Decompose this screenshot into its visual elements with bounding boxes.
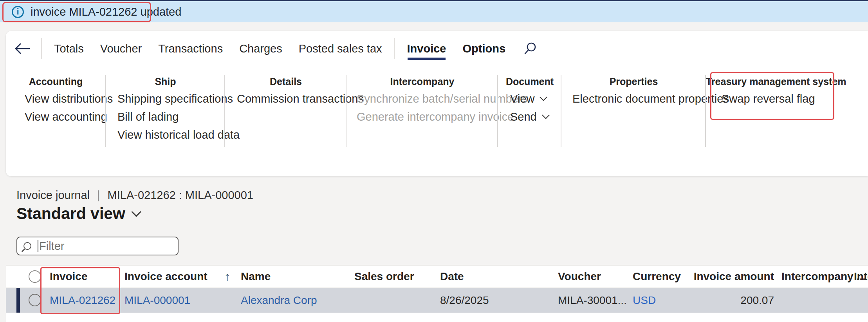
ribbon-group-intercompany: Intercompany Synchronize batch/serial nu…: [346, 73, 498, 152]
column-header-invoice-account[interactable]: Invoice account: [125, 266, 208, 288]
dropdown-send-label: Send: [510, 110, 537, 123]
tab-voucher[interactable]: Voucher: [100, 42, 142, 55]
breadcrumb: Invoice journal | MILA-021262 : MILA-000…: [16, 189, 253, 202]
cell-name-link[interactable]: Alexandra Corp: [241, 288, 317, 313]
breadcrumb-separator: |: [97, 189, 100, 202]
group-title: Treasury management system: [706, 73, 835, 90]
ribbon: Accounting View distributions View accou…: [6, 73, 868, 152]
cell-date: 8/26/2025: [440, 288, 489, 313]
chevron-down-icon: [131, 207, 141, 217]
cell-invoice-account-link[interactable]: MILA-000001: [125, 288, 190, 313]
menu-item-synchronize-batch-serial-numbers: Synchronize batch/serial numbers: [346, 90, 498, 108]
ribbon-group-details: Details Commission transactions: [225, 73, 346, 152]
action-pane-tabs: Totals Voucher Transactions Charges Post…: [14, 35, 537, 62]
tab-options[interactable]: Options: [462, 42, 505, 55]
row-selection-bar: [16, 288, 20, 313]
info-icon: [12, 6, 24, 18]
group-title: Document: [498, 73, 561, 90]
cell-voucher: MILA-30001...: [558, 288, 627, 313]
notification-bar: invoice MILA-021262 updated: [0, 1, 868, 22]
column-header-intercompany-2[interactable]: Inte: [854, 266, 868, 288]
menu-item-electronic-document-properties[interactable]: Electronic document properties: [561, 90, 706, 108]
menu-item-commission-transactions[interactable]: Commission transactions: [225, 90, 346, 108]
group-title: Details: [225, 73, 346, 90]
ribbon-group-accounting: Accounting View distributions View accou…: [6, 73, 106, 152]
back-button[interactable]: [14, 43, 30, 54]
divider: [394, 38, 395, 59]
table-row[interactable]: MILA-021262 MILA-000001 Alexandra Corp 8…: [6, 288, 868, 313]
dropdown-view[interactable]: View: [498, 90, 561, 108]
ribbon-group-treasury-management-system: Treasury management system Swap reversal…: [706, 73, 868, 152]
tab-totals[interactable]: Totals: [54, 42, 84, 55]
filter-input[interactable]: [38, 240, 164, 253]
group-title: Intercompany: [346, 73, 498, 90]
back-arrow-icon: [14, 43, 30, 54]
sort-ascending-icon: ↑: [224, 266, 230, 288]
breadcrumb-record-id: MILA-021262 : MILA-000001: [108, 189, 253, 202]
chevron-down-icon: [542, 111, 550, 119]
menu-item-generate-intercompany-invoice: Generate intercompany invoice: [346, 108, 498, 126]
menu-item-swap-reversal-flag[interactable]: Swap reversal flag: [706, 90, 868, 108]
ribbon-group-properties: Properties Electronic document propertie…: [561, 73, 706, 152]
column-header-invoice[interactable]: Invoice: [50, 266, 87, 288]
menu-item-bill-of-lading[interactable]: Bill of lading: [106, 108, 225, 126]
search-icon[interactable]: [523, 42, 537, 56]
dropdown-send[interactable]: Send: [498, 108, 561, 126]
invoice-grid: Invoice Invoice account ↑ Name Sales ord…: [6, 265, 868, 322]
search-icon: [23, 242, 31, 250]
menu-item-shipping-specifications[interactable]: Shipping specifications: [106, 90, 225, 108]
cell-invoice-link[interactable]: MILA-021262: [50, 288, 115, 313]
ribbon-group-document: Document View Send: [498, 73, 561, 152]
chevron-down-icon: [540, 93, 547, 101]
tab-charges[interactable]: Charges: [239, 42, 282, 55]
notification-message: invoice MILA-021262 updated: [31, 5, 181, 18]
column-header-invoice-amount[interactable]: Invoice amount: [648, 266, 774, 288]
row-checkbox[interactable]: [29, 294, 41, 306]
menu-item-view-historical-load-data[interactable]: View historical load data: [106, 126, 225, 144]
ribbon-group-ship: Ship Shipping specifications Bill of lad…: [106, 73, 225, 152]
menu-item-view-distributions[interactable]: View distributions: [6, 90, 106, 108]
column-header-date[interactable]: Date: [440, 266, 464, 288]
group-title: Ship: [106, 73, 225, 90]
group-title: Properties: [561, 73, 706, 90]
divider: [41, 38, 42, 59]
tab-transactions[interactable]: Transactions: [158, 42, 223, 55]
select-all-checkbox[interactable]: [29, 270, 41, 283]
column-header-voucher[interactable]: Voucher: [558, 266, 601, 288]
group-title: Accounting: [6, 73, 106, 90]
filter-box: [16, 237, 179, 255]
cell-invoice-amount: 200.07: [648, 288, 774, 313]
action-pane: Totals Voucher Transactions Charges Post…: [6, 31, 868, 176]
column-header-name[interactable]: Name: [241, 266, 271, 288]
column-header-sales-order[interactable]: Sales order: [354, 266, 414, 288]
dropdown-view-label: View: [510, 92, 534, 105]
page-title: Standard view: [16, 204, 125, 223]
column-header-intercompany[interactable]: Intercompany ...: [781, 266, 866, 288]
view-switcher[interactable]: Standard view: [16, 204, 140, 223]
menu-item-view-accounting[interactable]: View accounting: [6, 108, 106, 126]
tab-posted-sales-tax[interactable]: Posted sales tax: [299, 42, 382, 55]
breadcrumb-form-name: Invoice journal: [16, 189, 90, 202]
grid-header-row: Invoice Invoice account ↑ Name Sales ord…: [6, 266, 868, 288]
tab-invoice[interactable]: Invoice: [407, 42, 446, 55]
